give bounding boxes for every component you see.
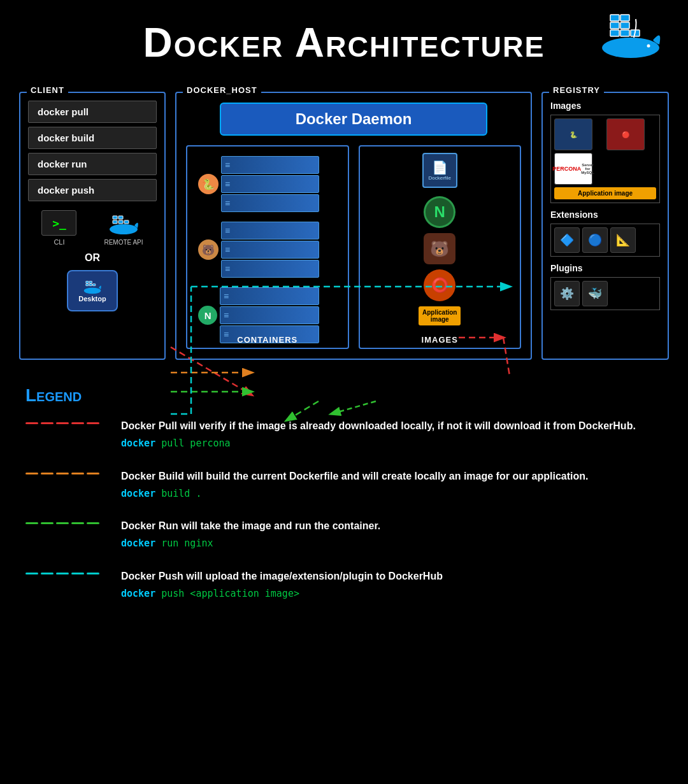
client-label: CLIENT xyxy=(27,85,68,95)
registry-plugins-title: Plugins xyxy=(550,263,660,273)
docker-host-box: DOCKER_HOST Docker Daemon 🐍 xyxy=(175,92,532,360)
registry-extensions-title: Extensions xyxy=(550,210,660,220)
legend-text-build: Docker Build will build the current Dock… xyxy=(121,469,663,501)
docker-push-cmd[interactable]: docker push xyxy=(28,179,157,201)
svg-rect-13 xyxy=(113,216,117,219)
svg-point-15 xyxy=(84,288,101,294)
legend-code-pull: docker pull percona xyxy=(121,436,663,451)
svg-point-9 xyxy=(110,224,138,234)
svg-rect-17 xyxy=(89,284,92,286)
docker-build-cmd[interactable]: docker build xyxy=(28,127,157,149)
desktop-label: Desktop xyxy=(78,295,106,303)
host-inner: 🐍 🐻 xyxy=(186,145,521,349)
remote-api-label: REMOTE API xyxy=(104,239,143,246)
registry-extensions-section: Extensions 🔷 🔵 📐 xyxy=(550,210,660,257)
percona-icon: 🐻 xyxy=(424,233,455,265)
registry-box: REGISTRY Images 🐍 🔴 PERCONA Server for M… xyxy=(541,92,669,360)
ubuntu-icon: ⭕ xyxy=(424,269,455,301)
ext-item-2: 🔵 xyxy=(582,227,608,253)
svg-rect-20 xyxy=(89,282,92,283)
client-icons: >_ CLI REMOTE API xyxy=(28,210,157,246)
legend-line-red xyxy=(25,418,108,424)
legend-text-push: Docker Push will upload the image/extens… xyxy=(121,569,663,601)
legend-item-run: Docker Run will take the image and run t… xyxy=(25,518,663,551)
app-image-label: Applicationimage xyxy=(419,306,461,325)
registry-label: REGISTRY xyxy=(549,85,604,95)
legend-text-run: Docker Run will take the image and run t… xyxy=(121,518,663,551)
legend-code-run: docker run nginx xyxy=(121,536,663,551)
registry-plugins-section: Plugins ⚙️ 🐳 xyxy=(550,263,660,310)
cli-label: CLI xyxy=(54,238,64,246)
legend-line-cyan xyxy=(25,569,108,574)
redis-registry-img: 🔴 xyxy=(606,118,645,150)
svg-rect-12 xyxy=(124,220,129,224)
ext-item-1: 🔷 xyxy=(554,227,580,253)
remote-api-icon: REMOTE API xyxy=(104,211,143,246)
images-label: IMAGES xyxy=(422,335,458,345)
diagram-area: CLIENT docker pull docker build docker r… xyxy=(0,79,688,373)
legend-title: Legend xyxy=(25,385,663,406)
registry-images-title: Images xyxy=(550,101,660,111)
svg-rect-18 xyxy=(93,284,96,286)
cli-icon: >_ CLI xyxy=(41,210,76,246)
legend-item-push: Docker Push will upload the image/extens… xyxy=(25,569,663,601)
ext-item-3: 📐 xyxy=(610,227,636,253)
legend-item-pull: Docker Pull will verify if the image is … xyxy=(25,418,663,451)
registry-ext-grid: 🔷 🔵 📐 xyxy=(550,224,660,257)
docker-run-cmd[interactable]: docker run xyxy=(28,153,157,175)
or-text: OR xyxy=(28,252,157,264)
app-image-registry-btn[interactable]: Application image xyxy=(554,187,656,199)
plugin-item-1: ⚙️ xyxy=(554,281,580,306)
percona-registry-img: PERCONA Server for MySQL xyxy=(554,153,592,185)
container-item-4 xyxy=(221,222,319,239)
registry-images-section: Images 🐍 🔴 PERCONA Server for MySQL Appl… xyxy=(550,101,660,203)
svg-rect-16 xyxy=(86,284,89,286)
legend-area: Legend Docker Pull will verify if the im… xyxy=(0,373,688,631)
registry-images-grid: 🐍 🔴 PERCONA Server for MySQL Application… xyxy=(550,115,660,203)
container-item-8 xyxy=(220,306,319,324)
client-box: CLIENT docker pull docker build docker r… xyxy=(19,92,166,360)
container-item-6 xyxy=(221,260,319,278)
container-item-7 xyxy=(220,287,319,305)
legend-code-build: docker build . xyxy=(121,487,663,501)
container-item-1 xyxy=(221,156,319,174)
legend-text-pull: Docker Pull will verify if the image is … xyxy=(121,418,663,451)
svg-rect-14 xyxy=(118,216,123,219)
desktop-container: Desktop xyxy=(28,270,157,311)
dockerfile-icon: 📄 Dockerfile xyxy=(422,153,457,188)
main-title: Docker Architecture xyxy=(0,13,688,66)
desktop-button[interactable]: Desktop xyxy=(67,270,118,311)
python-registry-img: 🐍 xyxy=(554,118,592,150)
plugins-grid: ⚙️ 🐳 xyxy=(550,277,660,310)
nginx-icon: N xyxy=(424,196,455,228)
containers-label: CONTAINERS xyxy=(237,335,297,345)
docker-daemon-label: Docker Daemon xyxy=(220,103,488,136)
images-box: 📄 Dockerfile N 🐻 ⭕ Applicationimage IMAG… xyxy=(359,145,522,349)
svg-rect-19 xyxy=(86,282,89,283)
terminal-icon: >_ xyxy=(41,210,76,236)
containers-box: 🐍 🐻 xyxy=(186,145,349,349)
legend-item-build: Docker Build will build the current Dock… xyxy=(25,469,663,501)
container-item-5 xyxy=(221,241,319,259)
page-header: Docker Architecture xyxy=(0,0,688,73)
svg-rect-11 xyxy=(118,220,123,224)
docker-pull-cmd[interactable]: docker pull xyxy=(28,101,157,123)
svg-rect-10 xyxy=(113,220,117,224)
docker-host-label: DOCKER_HOST xyxy=(183,85,261,95)
legend-line-green xyxy=(25,518,108,524)
container-item-3 xyxy=(221,194,319,212)
legend-line-orange xyxy=(25,469,108,474)
container-item-2 xyxy=(221,175,319,193)
legend-code-push: docker push <application image> xyxy=(121,587,663,601)
plugin-item-2: 🐳 xyxy=(582,281,608,306)
